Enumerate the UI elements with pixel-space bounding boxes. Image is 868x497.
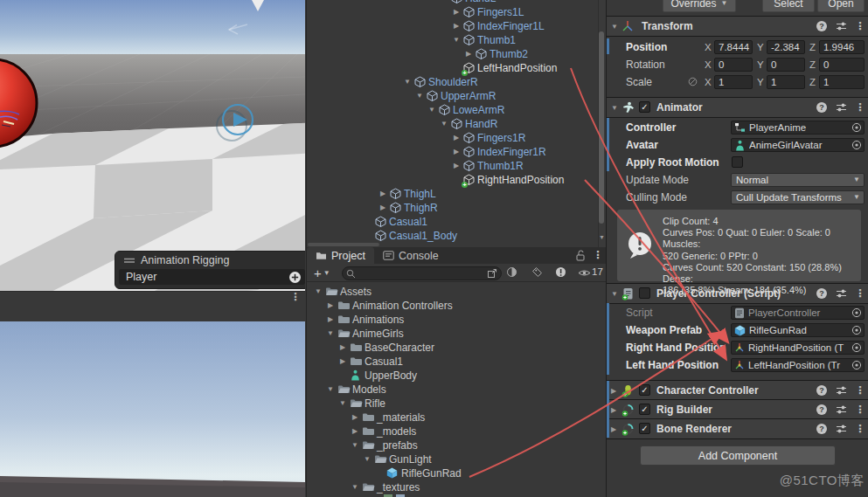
property-row-culling-mode[interactable]: Culling ModeCull Update Transforms▼	[607, 189, 868, 206]
project-panel[interactable]: ProjectConsole ⋮ + ▼ 17 ▼Assets▶Animatio…	[306, 247, 607, 497]
component-enabled-checkbox[interactable]: ✓	[639, 101, 650, 113]
eye-icon[interactable]	[578, 268, 591, 278]
property-row-apply-root-motion[interactable]: Apply Root Motion	[607, 154, 868, 171]
project-item-models[interactable]: ▼Models	[307, 383, 607, 397]
scale-y-input[interactable]: 1	[767, 75, 805, 89]
game-view[interactable]	[0, 321, 305, 497]
hierarchy-panel[interactable]: ▼HandL▶Fingers1L▶IndexFinger1L▼Thumb1▶Th…	[306, 0, 607, 247]
add-component-button[interactable]: Add Component	[640, 445, 836, 466]
scale-x-input[interactable]: 1	[714, 75, 753, 89]
expand-triangle-icon[interactable]: ▶	[452, 131, 461, 145]
component-header-transform[interactable]: ▼Transform?⋮	[607, 16, 868, 37]
object-field[interactable]: LeftHandPosition (Tr	[731, 358, 865, 372]
component-enabled-checkbox[interactable]	[639, 287, 650, 299]
hierarchy-hscrollbar-thumb[interactable]	[308, 243, 379, 246]
expand-triangle-icon[interactable]: ▶	[611, 406, 616, 414]
project-search-input[interactable]	[342, 266, 502, 280]
collapse-triangle-icon[interactable]: ▼	[427, 103, 436, 117]
expand-triangle-icon[interactable]: ▶	[611, 425, 616, 433]
dropdown-culling-mode[interactable]: Cull Update Transforms▼	[731, 190, 865, 204]
kebab-menu-icon[interactable]: ⋮	[855, 404, 865, 416]
select-button[interactable]: Select	[762, 0, 815, 12]
collapse-triangle-icon[interactable]: ▼	[363, 452, 372, 466]
scale-z-input[interactable]: 1	[819, 75, 865, 89]
presets-icon[interactable]	[836, 404, 847, 415]
hierarchy-item-casual1_body[interactable]: Casual1_Body	[307, 229, 607, 243]
hierarchy-item-thumb1[interactable]: ▼Thumb1	[307, 33, 607, 47]
position-x-input[interactable]: 7.8444	[714, 40, 753, 54]
animation-rigging-overlay[interactable]: Animation Rigging Player	[115, 251, 305, 289]
rig-item-field[interactable]: Player	[119, 269, 305, 285]
object-picker-icon[interactable]	[851, 122, 862, 133]
inspector-panel[interactable]: Overrides ▼ Select Open ▼Transform?⋮Posi…	[606, 0, 868, 497]
project-item-assets[interactable]: ▼Assets	[307, 285, 607, 299]
expand-triangle-icon[interactable]: ▶	[351, 425, 359, 438]
component-header-bone-renderer[interactable]: ▶✓Bone Renderer?⋮	[607, 418, 868, 439]
hierarchy-item-thumb2[interactable]: ▶Thumb2	[307, 47, 607, 61]
help-icon[interactable]: ?	[816, 404, 828, 416]
project-item-animegirls[interactable]: ▼AnimeGirls	[307, 327, 607, 341]
transform-row-scale[interactable]: ScaleX1Y1Z1	[607, 73, 868, 91]
scene-view[interactable]: Animation Rigging Player	[0, 0, 305, 291]
collapse-triangle-icon[interactable]: ▼	[338, 397, 347, 411]
project-item-rifle[interactable]: ▼Rifle	[307, 397, 607, 411]
collapse-triangle-icon[interactable]: ▼	[611, 290, 618, 298]
expand-triangle-icon[interactable]: ▶	[611, 387, 616, 395]
hierarchy-item-fingers1r[interactable]: ▶Fingers1R	[307, 131, 607, 145]
project-item-casual1[interactable]: ▶Casual1	[307, 355, 607, 369]
component-header-character-controller[interactable]: ▶✓Character Controller?⋮	[607, 380, 868, 401]
project-item-gunlight[interactable]: ▼GunLight	[307, 452, 607, 466]
help-icon[interactable]: ?	[816, 384, 828, 397]
transform-row-rotation[interactable]: RotationX0Y0Z0	[607, 56, 868, 73]
object-picker-icon[interactable]	[851, 342, 862, 353]
project-item-_materials[interactable]: ▶_materials	[307, 411, 607, 425]
kebab-menu-icon[interactable]: ⋮	[855, 384, 865, 397]
hierarchy-item-indexfinger1l[interactable]: ▶IndexFinger1L	[307, 19, 607, 33]
help-icon[interactable]: ?	[816, 423, 828, 435]
hierarchy-item-fingers1l[interactable]: ▶Fingers1L	[307, 5, 607, 19]
object-field[interactable]: RightHandPosition (T	[731, 341, 865, 355]
collapse-triangle-icon[interactable]: ▼	[440, 117, 448, 131]
object-field[interactable]: PlayerAnime	[731, 121, 865, 135]
component-enabled-checkbox[interactable]: ✓	[639, 384, 650, 396]
hierarchy-item-thighr[interactable]: ▶ThighR	[307, 201, 607, 215]
component-header-animator[interactable]: ▼✓Animator?⋮	[607, 97, 868, 118]
lock-open-icon[interactable]	[576, 250, 585, 261]
project-item-animations[interactable]: ▶Animations	[307, 313, 607, 327]
property-row-avatar[interactable]: AvatarAnimeGirlAvatar	[607, 136, 868, 154]
checkbox-apply-root-motion[interactable]	[732, 156, 743, 168]
component-enabled-checkbox[interactable]: ✓	[639, 404, 650, 415]
property-row-update-mode[interactable]: Update ModeNormal▼	[607, 171, 868, 189]
save-search-icon[interactable]	[487, 268, 497, 279]
component-header-rig-builder[interactable]: ▶✓Rig Builder?⋮	[607, 399, 868, 420]
dropdown-update-mode[interactable]: Normal▼	[731, 173, 865, 187]
hierarchy-item-shoulderr[interactable]: ▼ShoulderR	[307, 75, 607, 89]
hierarchy-item-handr[interactable]: ▼HandR	[307, 117, 607, 131]
project-item-_prefabs[interactable]: ▼_prefabs	[307, 438, 607, 452]
expand-triangle-icon[interactable]: ▶	[452, 5, 461, 19]
search-by-label-tag-icon[interactable]	[531, 266, 543, 278]
object-picker-icon[interactable]	[851, 360, 862, 370]
presets-icon[interactable]	[836, 21, 847, 31]
property-row-controller[interactable]: ControllerPlayerAnime	[607, 119, 868, 136]
create-asset-plus-icon[interactable]: +	[314, 266, 322, 280]
collapse-triangle-icon[interactable]: ▼	[351, 438, 359, 452]
expand-triangle-icon[interactable]: ▶	[326, 313, 335, 327]
presets-icon[interactable]	[836, 424, 847, 434]
object-picker-icon[interactable]	[851, 325, 862, 335]
hierarchy-item-lowearmr[interactable]: ▼LoweArmR	[307, 103, 607, 117]
hierarchy-item-upperarmr[interactable]: ▼UpperArmR	[307, 89, 607, 103]
project-item-basecharacter[interactable]: ▶BaseCharacter	[307, 341, 607, 355]
project-item-animation-controllers[interactable]: ▶Animation Controllers	[307, 299, 607, 313]
expand-triangle-icon[interactable]: ▶	[452, 19, 461, 33]
expand-triangle-icon[interactable]: ▶	[452, 145, 461, 159]
rotation-z-input[interactable]: 0	[819, 58, 865, 72]
rotation-y-input[interactable]: 0	[767, 58, 805, 72]
project-item-_models[interactable]: ▶_models	[307, 425, 607, 438]
collapse-triangle-icon[interactable]: ▼	[611, 23, 618, 31]
hierarchy-item-indexfinger1r[interactable]: ▶IndexFinger1R	[307, 145, 607, 159]
expand-triangle-icon[interactable]: ▶	[338, 355, 347, 369]
presets-icon[interactable]	[836, 385, 847, 396]
object-field[interactable]: PlayerController	[731, 306, 865, 320]
expand-triangle-icon[interactable]: ▶	[351, 411, 359, 425]
